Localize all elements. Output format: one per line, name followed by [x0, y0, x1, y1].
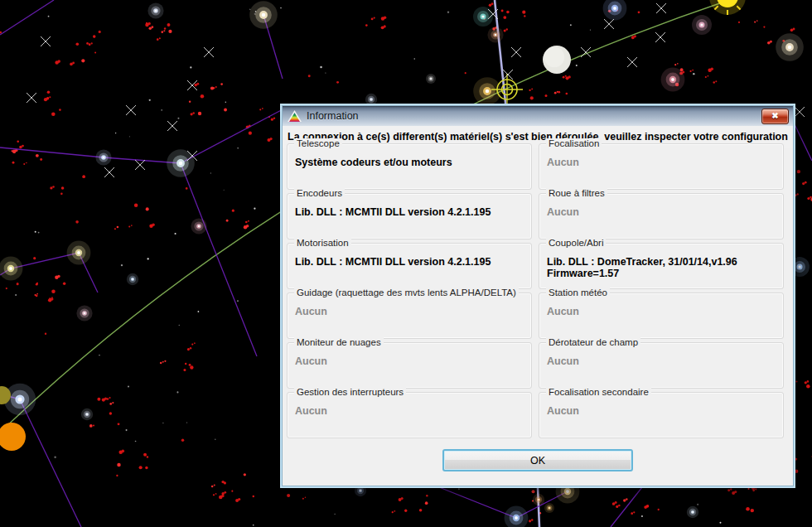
group-roue-filtres: Roue à filtres Aucun: [539, 193, 784, 239]
group-caption: Guidage (raquettage des mvts lents ALPHA…: [294, 288, 519, 298]
group-value: Lib. DLL : DomeTracker, 31/01/14,v1.96 F…: [539, 244, 783, 279]
group-guidage: Guidage (raquettage des mvts lents ALPHA…: [287, 293, 532, 339]
group-encodeurs: Encodeurs Lib. DLL : MCMTII DLL version …: [287, 193, 532, 239]
group-caption: Dérotateur de champ: [546, 337, 640, 348]
group-caption: Coupole/Abri: [546, 238, 606, 249]
close-button[interactable]: ✖: [761, 109, 789, 124]
group-interrupteurs: Gestion des interrupteurs Aucun: [287, 392, 532, 438]
group-caption: Roue à filtres: [546, 188, 607, 199]
dialog-titlebar[interactable]: Information ✖: [283, 106, 793, 126]
group-caption: Station météo: [546, 288, 610, 298]
group-derotateur: Dérotateur de champ Aucun: [539, 342, 784, 389]
dialog-title: Information: [307, 110, 761, 122]
group-caption: Motorisation: [294, 238, 351, 249]
close-icon: ✖: [771, 112, 778, 120]
group-coupole-abri: Coupole/Abri Lib. DLL : DomeTracker, 31/…: [539, 243, 784, 289]
group-station-meteo: Station météo Aucun: [539, 293, 784, 339]
group-caption: Moniteur de nuages: [294, 337, 384, 348]
group-focalisation: Focalisation Aucun: [539, 143, 784, 190]
group-motorisation: Motorisation Lib. DLL : MCMTII DLL versi…: [287, 243, 532, 289]
group-caption: Focalisation: [546, 138, 602, 149]
group-focalisation-secondaire: Focalisation secondaire Aucun: [539, 392, 784, 438]
prism-triangle-icon: [288, 110, 302, 122]
ok-button[interactable]: OK: [442, 449, 633, 471]
information-dialog: Information ✖ La connexion à ce(s) diffe…: [282, 105, 794, 486]
group-telescope: Telescope Système codeurs et/ou moteurs: [287, 143, 532, 190]
group-caption: Telescope: [294, 138, 342, 149]
group-caption: Gestion des interrupteurs: [294, 387, 406, 398]
group-caption: Encodeurs: [294, 188, 345, 199]
group-moniteur-nuages: Moniteur de nuages Aucun: [287, 342, 532, 389]
group-caption: Focalisation secondaire: [546, 387, 651, 398]
